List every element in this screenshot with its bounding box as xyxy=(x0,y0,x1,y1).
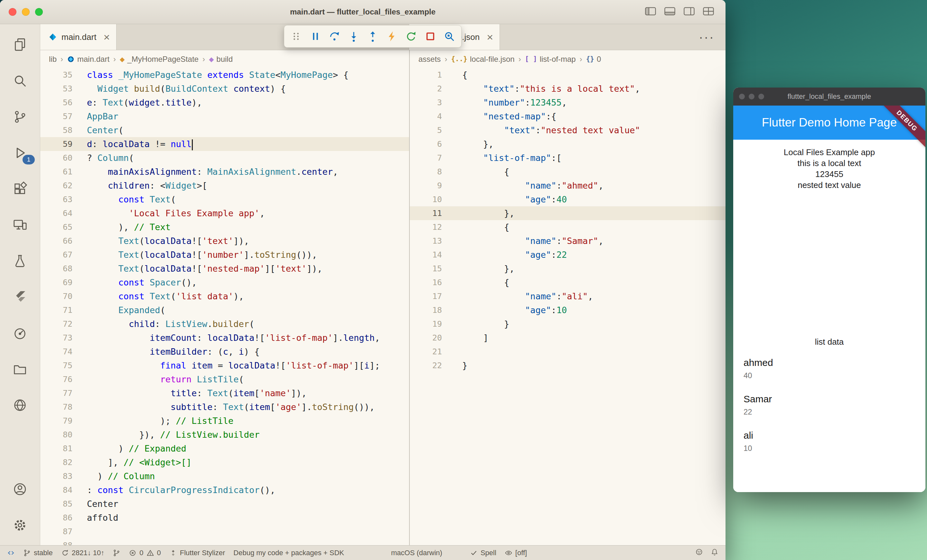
code-line-82[interactable]: 82 ], // <Widget>[] xyxy=(40,455,409,469)
json-code-editor[interactable]: 1{2 "text":"this is a local text",3 "num… xyxy=(410,68,725,545)
devtools-gauge-icon[interactable] xyxy=(0,315,40,351)
close-button[interactable] xyxy=(9,8,17,16)
explorer-icon[interactable] xyxy=(0,27,40,63)
code-line-59[interactable]: 59d: localData != null xyxy=(40,137,409,151)
code-line-22[interactable]: 22} xyxy=(410,358,725,372)
code-line-19[interactable]: 19 } xyxy=(410,317,725,331)
code-line-12[interactable]: 12 { xyxy=(410,220,725,234)
titlebar[interactable]: main.dart — flutter_local_files_example xyxy=(0,0,725,24)
code-line-7[interactable]: 7 "list-of-map":[ xyxy=(410,151,725,165)
breadcrumb-lib[interactable]: lib xyxy=(49,55,57,64)
code-line-81[interactable]: 81 ) // Expanded xyxy=(40,442,409,455)
remote-indicator-icon[interactable] xyxy=(7,549,15,557)
code-line-60[interactable]: 60? Column( xyxy=(40,151,409,165)
code-line-56[interactable]: 56e: Text(widget.title), xyxy=(40,96,409,109)
step-into-icon[interactable] xyxy=(346,29,361,44)
code-line-72[interactable]: 72 child: ListView.builder( xyxy=(40,317,409,331)
close-button[interactable] xyxy=(739,94,745,99)
toggle-panel-icon[interactable] xyxy=(664,7,675,17)
search-icon[interactable] xyxy=(0,63,40,99)
code-line-10[interactable]: 10 "age":40 xyxy=(410,193,725,206)
feedback-icon[interactable] xyxy=(695,548,703,558)
code-line-63[interactable]: 63 const Text( xyxy=(40,193,409,206)
globe-icon[interactable] xyxy=(0,387,40,423)
stop-icon[interactable] xyxy=(423,29,438,44)
pause-icon[interactable] xyxy=(308,29,323,44)
code-line-76[interactable]: 76 return ListTile( xyxy=(40,372,409,386)
code-line-79[interactable]: 79 ); // ListTile xyxy=(40,414,409,428)
code-line-62[interactable]: 62 children: <Widget>[ xyxy=(40,179,409,193)
code-line-73[interactable]: 73 itemCount: localData!['list-of-map'].… xyxy=(40,331,409,345)
code-line-70[interactable]: 70 const Text('list data'), xyxy=(40,289,409,303)
extensions-icon[interactable] xyxy=(0,171,40,207)
breadcrumb-class[interactable]: ◆_MyHomePageState xyxy=(120,55,199,64)
code-line-68[interactable]: 68 Text(localData!['nested-map']['text']… xyxy=(40,262,409,276)
branch-icon-secondary[interactable] xyxy=(112,549,120,557)
code-line-87[interactable]: 87 xyxy=(40,525,409,539)
zoom-button[interactable] xyxy=(758,94,764,99)
accounts-icon[interactable] xyxy=(0,471,40,507)
code-line-5[interactable]: 5 "text":"nested text value" xyxy=(410,123,725,137)
code-line-15[interactable]: 15 }, xyxy=(410,262,725,276)
hot-reload-icon[interactable] xyxy=(384,29,400,44)
code-line-57[interactable]: 57AppBar xyxy=(40,109,409,123)
code-line-18[interactable]: 18 "age":10 xyxy=(410,303,725,317)
widget-inspector-icon[interactable] xyxy=(442,29,457,44)
list-item[interactable]: ali 10 xyxy=(733,423,925,460)
code-line-3[interactable]: 3 "number":123455, xyxy=(410,96,725,109)
problems-status[interactable]: 0 0 xyxy=(129,549,161,557)
branch-status[interactable]: stable xyxy=(23,549,53,557)
code-line-4[interactable]: 4 "nested-map":{ xyxy=(410,109,725,123)
code-line-61[interactable]: 61 mainAxisAlignment: MainAxisAlignment.… xyxy=(40,165,409,179)
code-line-6[interactable]: 6 }, xyxy=(410,137,725,151)
breadcrumb-method-build[interactable]: ◆build xyxy=(209,55,233,64)
code-line-84[interactable]: 84: const CircularProgressIndicator(), xyxy=(40,483,409,497)
flutter-stylizer-status[interactable]: Flutter Stylizer xyxy=(169,549,225,557)
code-line-8[interactable]: 8 { xyxy=(410,165,725,179)
settings-gear-icon[interactable] xyxy=(0,507,40,543)
flutter-titlebar[interactable]: flutter_local_files_example xyxy=(733,88,925,106)
drag-handle-icon[interactable] xyxy=(289,29,304,44)
notifications-bell-icon[interactable] xyxy=(711,548,719,558)
code-line-65[interactable]: 65 ), // Text xyxy=(40,220,409,234)
code-line-66[interactable]: 66 Text(localData!['text']), xyxy=(40,234,409,248)
editor-more-actions-icon[interactable]: ··· xyxy=(699,30,725,44)
platform-status[interactable]: macOS (darwin) xyxy=(391,549,442,557)
testing-beaker-icon[interactable] xyxy=(0,243,40,279)
code-line-80[interactable]: 80 }), // ListView.builder xyxy=(40,428,409,442)
breadcrumb-array[interactable]: [ ]list-of-map xyxy=(525,55,576,64)
code-line-85[interactable]: 85Center xyxy=(40,497,409,511)
zoom-button[interactable] xyxy=(35,8,43,16)
code-line-11[interactable]: 11 }, xyxy=(410,206,725,220)
customize-layout-icon[interactable] xyxy=(703,7,714,17)
code-line-2[interactable]: 2 "text":"this is a local text", xyxy=(410,82,725,96)
minimize-button[interactable] xyxy=(749,94,754,99)
code-line-17[interactable]: 17 "name":"ali", xyxy=(410,289,725,303)
step-over-icon[interactable] xyxy=(327,29,342,44)
code-line-69[interactable]: 69 const Spacer(), xyxy=(40,276,409,289)
hot-restart-icon[interactable] xyxy=(404,29,418,44)
spell-status[interactable]: Spell xyxy=(470,549,496,557)
project-manager-icon[interactable] xyxy=(0,351,40,387)
code-line-77[interactable]: 77 title: Text(item['name']), xyxy=(40,386,409,400)
code-line-13[interactable]: 13 "name":"Samar", xyxy=(410,234,725,248)
code-line-83[interactable]: 83 ) // Column xyxy=(40,469,409,483)
step-out-icon[interactable] xyxy=(365,29,380,44)
code-line-16[interactable]: 16 { xyxy=(410,276,725,289)
code-line-1[interactable]: 1{ xyxy=(410,68,725,82)
code-line-67[interactable]: 67 Text(localData!['number'].toString())… xyxy=(40,248,409,262)
source-control-icon[interactable] xyxy=(0,99,40,135)
code-line-64[interactable]: 64 'Local Files Example app', xyxy=(40,206,409,220)
minimize-button[interactable] xyxy=(22,8,30,16)
sync-status[interactable]: 2821↓ 10↑ xyxy=(61,549,105,557)
toggle-sidebar-icon[interactable] xyxy=(645,7,656,17)
tab-main-dart[interactable]: main.dart × xyxy=(40,24,117,50)
code-line-88[interactable]: 88 xyxy=(40,539,409,545)
code-line-75[interactable]: 75 final item = localData!['list-of-map'… xyxy=(40,358,409,372)
code-line-53[interactable]: 53 Widget build(BuildContext context) { xyxy=(40,82,409,96)
toggle-secondary-sidebar-icon[interactable] xyxy=(684,7,694,17)
code-line-20[interactable]: 20 ] xyxy=(410,331,725,345)
breadcrumb-object-0[interactable]: {}0 xyxy=(586,55,601,64)
code-line-78[interactable]: 78 subtitle: Text(item['age'].toString()… xyxy=(40,400,409,414)
code-line-74[interactable]: 74 itemBuilder: (c, i) { xyxy=(40,345,409,358)
